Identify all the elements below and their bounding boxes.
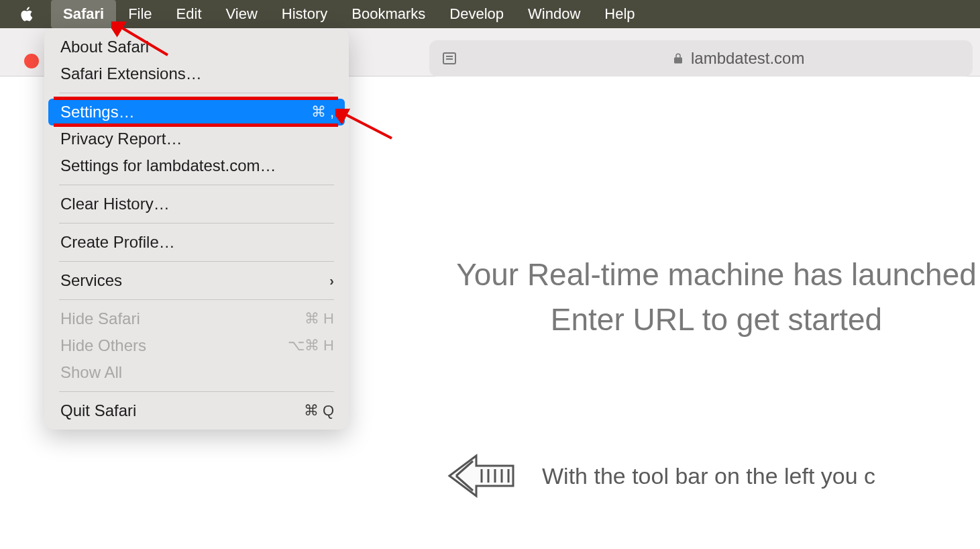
menubar-view[interactable]: View [214, 0, 270, 28]
menubar-develop[interactable]: Develop [437, 0, 516, 28]
sub-message-text: With the tool bar on the left you c [542, 463, 875, 489]
menu-hide-safari: Hide Safari ⌘ H [44, 305, 349, 332]
settings-shortcut: ⌘ , [311, 103, 334, 121]
menubar-safari[interactable]: Safari [51, 0, 116, 28]
menu-separator [59, 223, 334, 223]
menubar-bookmarks[interactable]: Bookmarks [339, 0, 437, 28]
menu-create-profile[interactable]: Create Profile… [44, 229, 349, 256]
apple-logo-icon[interactable] [19, 6, 35, 22]
address-bar[interactable]: lambdatest.com [429, 40, 973, 77]
sub-message-row: With the tool bar on the left you c [436, 442, 875, 509]
menu-privacy-report[interactable]: Privacy Report… [44, 126, 349, 152]
arrow-left-sketch-icon [436, 442, 523, 509]
chevron-right-icon: › [329, 273, 334, 289]
safari-dropdown-menu: About Safari Safari Extensions… Settings… [44, 28, 349, 430]
menu-services[interactable]: Services › [44, 267, 349, 294]
menu-about-safari[interactable]: About Safari [44, 34, 349, 60]
menu-separator [59, 185, 334, 185]
menu-quit-safari[interactable]: Quit Safari ⌘ Q [44, 397, 349, 424]
menubar-file[interactable]: File [116, 0, 164, 28]
menubar-help[interactable]: Help [592, 0, 647, 28]
url-text: lambdatest.com [691, 49, 804, 68]
macos-menubar: Safari File Edit View History Bookmarks … [0, 0, 980, 28]
window-close-button[interactable] [24, 54, 39, 68]
hide-safari-shortcut: ⌘ H [305, 310, 334, 328]
menu-hide-others: Hide Others ⌥⌘ H [44, 332, 349, 359]
menu-clear-history[interactable]: Clear History… [44, 191, 349, 217]
menu-separator [59, 391, 334, 392]
menubar-window[interactable]: Window [516, 0, 592, 28]
menubar-history[interactable]: History [270, 0, 339, 28]
menu-separator [59, 93, 334, 93]
hide-others-shortcut: ⌥⌘ H [288, 337, 334, 354]
menu-separator [59, 261, 334, 262]
lock-icon [672, 52, 684, 64]
menu-safari-extensions[interactable]: Safari Extensions… [44, 60, 349, 87]
quit-shortcut: ⌘ Q [304, 402, 334, 419]
menu-show-all: Show All [44, 359, 349, 386]
menubar-edit[interactable]: Edit [164, 0, 214, 28]
reader-mode-icon[interactable] [441, 50, 457, 66]
address-bar-content: lambdatest.com [672, 49, 804, 68]
menu-settings[interactable]: Settings… ⌘ , [48, 99, 345, 126]
hero-message: Your Real-time machine has launched Ente… [441, 252, 980, 342]
menu-separator [59, 299, 334, 300]
menu-settings-for-site[interactable]: Settings for lambdatest.com… [44, 152, 349, 179]
